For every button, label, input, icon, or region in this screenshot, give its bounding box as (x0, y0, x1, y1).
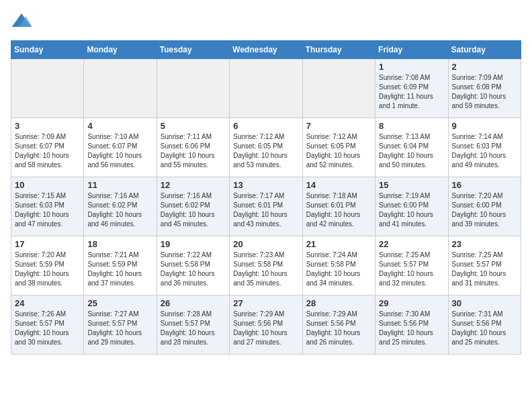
day-number: 17 (15, 239, 80, 249)
calendar-cell: 1Sunrise: 7:08 AM Sunset: 6:09 PM Daylig… (375, 59, 448, 118)
day-number: 14 (306, 180, 371, 190)
day-number: 12 (161, 180, 226, 190)
day-number: 2 (452, 62, 517, 72)
calendar-cell: 22Sunrise: 7:25 AM Sunset: 5:57 PM Dayli… (375, 236, 448, 295)
day-number: 10 (15, 180, 80, 190)
calendar-cell: 28Sunrise: 7:29 AM Sunset: 5:56 PM Dayli… (302, 295, 375, 355)
calendar-cell: 16Sunrise: 7:20 AM Sunset: 6:00 PM Dayli… (448, 177, 521, 236)
day-info: Sunrise: 7:09 AM Sunset: 6:07 PM Dayligh… (15, 132, 80, 170)
day-info: Sunrise: 7:13 AM Sunset: 6:04 PM Dayligh… (379, 132, 444, 170)
calendar-cell: 17Sunrise: 7:20 AM Sunset: 5:59 PM Dayli… (11, 236, 84, 295)
calendar-table: SundayMondayTuesdayWednesdayThursdayFrid… (11, 40, 521, 355)
calendar-cell: 4Sunrise: 7:10 AM Sunset: 6:07 PM Daylig… (84, 118, 157, 177)
day-number: 13 (233, 180, 298, 190)
calendar-cell: 27Sunrise: 7:29 AM Sunset: 5:56 PM Dayli… (230, 295, 302, 355)
logo (11, 11, 35, 32)
day-info: Sunrise: 7:25 AM Sunset: 5:57 PM Dayligh… (379, 250, 444, 288)
weekday-header: Saturday (448, 41, 521, 59)
day-info: Sunrise: 7:25 AM Sunset: 5:57 PM Dayligh… (452, 250, 517, 288)
day-info: Sunrise: 7:20 AM Sunset: 6:00 PM Dayligh… (452, 191, 517, 229)
weekday-header: Sunday (11, 41, 84, 59)
day-info: Sunrise: 7:19 AM Sunset: 6:00 PM Dayligh… (379, 191, 444, 229)
day-number: 18 (87, 239, 152, 249)
day-info: Sunrise: 7:09 AM Sunset: 6:08 PM Dayligh… (452, 73, 517, 111)
calendar-cell: 15Sunrise: 7:19 AM Sunset: 6:00 PM Dayli… (375, 177, 448, 236)
weekday-header: Tuesday (157, 41, 229, 59)
day-number: 27 (233, 298, 298, 308)
day-number: 22 (379, 239, 444, 249)
calendar-cell: 3Sunrise: 7:09 AM Sunset: 6:07 PM Daylig… (11, 118, 84, 177)
day-info: Sunrise: 7:14 AM Sunset: 6:03 PM Dayligh… (452, 132, 517, 170)
weekday-header: Wednesday (230, 41, 302, 59)
calendar-cell: 29Sunrise: 7:30 AM Sunset: 5:56 PM Dayli… (375, 295, 448, 355)
calendar-cell: 21Sunrise: 7:24 AM Sunset: 5:58 PM Dayli… (302, 236, 375, 295)
calendar-cell: 24Sunrise: 7:26 AM Sunset: 5:57 PM Dayli… (11, 295, 84, 355)
header-row: SundayMondayTuesdayWednesdayThursdayFrid… (11, 41, 521, 59)
calendar-cell (11, 59, 84, 118)
day-info: Sunrise: 7:12 AM Sunset: 6:05 PM Dayligh… (306, 132, 371, 170)
calendar-week-row: 1Sunrise: 7:08 AM Sunset: 6:09 PM Daylig… (11, 59, 521, 118)
day-number: 21 (306, 239, 371, 249)
calendar-week-row: 17Sunrise: 7:20 AM Sunset: 5:59 PM Dayli… (11, 236, 521, 295)
day-number: 5 (161, 121, 226, 131)
calendar-cell: 10Sunrise: 7:15 AM Sunset: 6:03 PM Dayli… (11, 177, 84, 236)
day-number: 3 (15, 121, 80, 131)
day-number: 16 (452, 180, 517, 190)
page-header (11, 11, 521, 32)
day-number: 30 (452, 298, 517, 308)
calendar-cell: 30Sunrise: 7:31 AM Sunset: 5:56 PM Dayli… (448, 295, 521, 355)
calendar-cell: 14Sunrise: 7:18 AM Sunset: 6:01 PM Dayli… (302, 177, 375, 236)
calendar-week-row: 10Sunrise: 7:15 AM Sunset: 6:03 PM Dayli… (11, 177, 521, 236)
weekday-header: Thursday (302, 41, 375, 59)
day-number: 23 (452, 239, 517, 249)
calendar-cell (84, 59, 157, 118)
day-number: 19 (161, 239, 226, 249)
day-info: Sunrise: 7:10 AM Sunset: 6:07 PM Dayligh… (87, 132, 152, 170)
day-number: 15 (379, 180, 444, 190)
calendar-cell: 18Sunrise: 7:21 AM Sunset: 5:59 PM Dayli… (84, 236, 157, 295)
day-number: 29 (379, 298, 444, 308)
day-info: Sunrise: 7:11 AM Sunset: 6:06 PM Dayligh… (161, 132, 226, 170)
calendar-cell: 2Sunrise: 7:09 AM Sunset: 6:08 PM Daylig… (448, 59, 521, 118)
calendar-cell: 13Sunrise: 7:17 AM Sunset: 6:01 PM Dayli… (230, 177, 302, 236)
day-info: Sunrise: 7:17 AM Sunset: 6:01 PM Dayligh… (233, 191, 298, 229)
day-info: Sunrise: 7:29 AM Sunset: 5:56 PM Dayligh… (233, 310, 298, 347)
weekday-header: Friday (375, 41, 448, 59)
calendar-cell: 7Sunrise: 7:12 AM Sunset: 6:05 PM Daylig… (302, 118, 375, 177)
calendar-cell (230, 59, 302, 118)
day-info: Sunrise: 7:27 AM Sunset: 5:57 PM Dayligh… (87, 310, 152, 347)
calendar-cell: 25Sunrise: 7:27 AM Sunset: 5:57 PM Dayli… (84, 295, 157, 355)
day-info: Sunrise: 7:18 AM Sunset: 6:01 PM Dayligh… (306, 191, 371, 229)
weekday-header: Monday (84, 41, 157, 59)
day-info: Sunrise: 7:29 AM Sunset: 5:56 PM Dayligh… (306, 310, 371, 347)
day-number: 9 (452, 121, 517, 131)
calendar-cell: 9Sunrise: 7:14 AM Sunset: 6:03 PM Daylig… (448, 118, 521, 177)
day-info: Sunrise: 7:31 AM Sunset: 5:56 PM Dayligh… (452, 310, 517, 347)
day-info: Sunrise: 7:23 AM Sunset: 5:58 PM Dayligh… (233, 250, 298, 288)
day-number: 24 (15, 298, 80, 308)
calendar-week-row: 3Sunrise: 7:09 AM Sunset: 6:07 PM Daylig… (11, 118, 521, 177)
day-number: 11 (87, 180, 152, 190)
calendar-week-row: 24Sunrise: 7:26 AM Sunset: 5:57 PM Dayli… (11, 295, 521, 355)
day-info: Sunrise: 7:30 AM Sunset: 5:56 PM Dayligh… (379, 310, 444, 347)
calendar-cell: 23Sunrise: 7:25 AM Sunset: 5:57 PM Dayli… (448, 236, 521, 295)
day-number: 7 (306, 121, 371, 131)
day-info: Sunrise: 7:16 AM Sunset: 6:02 PM Dayligh… (161, 191, 226, 229)
day-number: 20 (233, 239, 298, 249)
day-info: Sunrise: 7:21 AM Sunset: 5:59 PM Dayligh… (87, 250, 152, 288)
day-info: Sunrise: 7:15 AM Sunset: 6:03 PM Dayligh… (15, 191, 80, 229)
calendar-cell: 20Sunrise: 7:23 AM Sunset: 5:58 PM Dayli… (230, 236, 302, 295)
calendar-cell (157, 59, 229, 118)
calendar-cell: 12Sunrise: 7:16 AM Sunset: 6:02 PM Dayli… (157, 177, 229, 236)
day-number: 1 (379, 62, 444, 72)
day-info: Sunrise: 7:20 AM Sunset: 5:59 PM Dayligh… (15, 250, 80, 288)
day-info: Sunrise: 7:28 AM Sunset: 5:57 PM Dayligh… (161, 310, 226, 347)
day-number: 6 (233, 121, 298, 131)
day-info: Sunrise: 7:22 AM Sunset: 5:58 PM Dayligh… (161, 250, 226, 288)
day-number: 25 (87, 298, 152, 308)
calendar-body: 1Sunrise: 7:08 AM Sunset: 6:09 PM Daylig… (11, 59, 521, 355)
day-info: Sunrise: 7:24 AM Sunset: 5:58 PM Dayligh… (306, 250, 371, 288)
day-number: 28 (306, 298, 371, 308)
day-info: Sunrise: 7:12 AM Sunset: 6:05 PM Dayligh… (233, 132, 298, 170)
logo-icon (11, 11, 32, 32)
